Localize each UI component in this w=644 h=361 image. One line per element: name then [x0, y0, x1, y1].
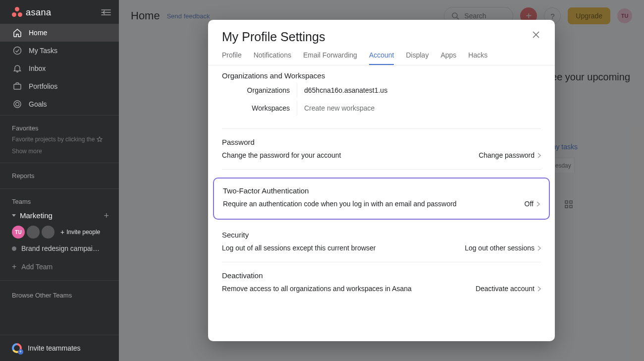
avatar[interactable]: TU [12, 226, 25, 239]
tab-email-forwarding[interactable]: Email Forwarding [303, 51, 357, 65]
invite-teammates-button[interactable]: + Invite teammates [0, 335, 119, 361]
deactivate-account-link[interactable]: Deactivate account [476, 285, 541, 293]
add-team-button[interactable]: +Add Team [0, 255, 119, 278]
security-desc: Log out of all sessions except this curr… [222, 244, 376, 252]
modal-overlay[interactable]: My Profile Settings Profile Notification… [119, 0, 644, 361]
nav-inbox[interactable]: Inbox [0, 60, 119, 77]
reports-heading[interactable]: Reports [0, 165, 119, 181]
nav-label: Home [29, 29, 47, 37]
invite-people-button[interactable]: +Invite people [56, 226, 104, 238]
project-color-dot [12, 246, 16, 251]
team-ring-icon: + [12, 343, 22, 353]
nav-goals[interactable]: Goals [0, 95, 119, 113]
tab-display[interactable]: Display [406, 51, 429, 65]
chevron-right-icon [537, 286, 541, 292]
twofa-title: Two-Factor Authentication [223, 186, 540, 195]
chevron-down-icon [12, 214, 16, 217]
avatar-placeholder[interactable] [27, 226, 40, 239]
tab-profile[interactable]: Profile [222, 51, 242, 65]
chevron-right-icon [537, 153, 541, 158]
nav-label: Goals [29, 100, 47, 108]
modal-title: My Profile Settings [222, 30, 325, 44]
section-organizations: Organizations and Workspaces Organizatio… [222, 68, 541, 129]
modal-body[interactable]: Organizations and Workspaces Organizatio… [208, 65, 555, 341]
svg-rect-4 [14, 84, 21, 89]
tab-notifications[interactable]: Notifications [254, 51, 291, 65]
nav-label: My Tasks [29, 47, 57, 55]
change-password-link[interactable]: Change password [479, 151, 541, 159]
chevron-right-icon [537, 201, 540, 207]
two-factor-highlight: Two-Factor Authentication Require an aut… [213, 178, 550, 220]
section-password: Password Change the password for your ac… [222, 129, 541, 170]
svg-point-6 [16, 103, 19, 106]
nav-label: Inbox [29, 64, 46, 72]
nav-label: Portfolios [29, 82, 57, 90]
add-project-icon[interactable]: + [104, 212, 109, 219]
team-name: Marketing [20, 211, 53, 220]
svg-marker-7 [97, 137, 102, 142]
organization-value: d65hcna16o.asanatest1.us [297, 86, 387, 94]
organizations-label: Organizations [222, 83, 297, 98]
chevron-right-icon [537, 245, 541, 251]
twofa-toggle-link[interactable]: Off [525, 200, 540, 208]
password-title: Password [222, 138, 541, 146]
modal-tabs: Profile Notifications Email Forwarding A… [208, 44, 555, 65]
brand-logo[interactable]: asana [12, 7, 52, 18]
star-icon [97, 136, 103, 142]
brand-name: asana [26, 7, 52, 18]
show-more-link[interactable]: Show more [0, 147, 119, 161]
avatar-placeholder[interactable] [42, 226, 54, 239]
project-name: Brand redesign campai… [21, 244, 100, 252]
profile-settings-modal: My Profile Settings Profile Notification… [208, 20, 555, 341]
deactivation-desc: Remove access to all organizations and w… [222, 285, 412, 293]
sidebar: asana Home My Tasks Inbox Portfolios Goa… [0, 0, 119, 361]
twofa-desc: Require an authentication code when you … [223, 200, 457, 208]
invite-teammates-label: Invite teammates [28, 344, 81, 352]
password-desc: Change the password for your account [222, 151, 341, 159]
close-icon[interactable] [531, 30, 541, 40]
goals-icon [13, 100, 22, 109]
logout-sessions-link[interactable]: Log out other sessions [465, 244, 541, 252]
deactivation-title: Deactivation [222, 271, 541, 280]
bell-icon [13, 64, 22, 73]
security-title: Security [222, 231, 541, 239]
asana-logo-icon [12, 7, 23, 18]
svg-point-5 [14, 101, 21, 108]
collapse-sidebar-icon[interactable] [101, 9, 111, 16]
section-deactivation: Deactivation Remove access to all organi… [222, 262, 541, 302]
section-two-factor: Two-Factor Authentication Require an aut… [223, 186, 540, 208]
team-members: TU +Invite people [0, 224, 119, 241]
create-workspace-link[interactable]: Create new workspace [297, 104, 375, 112]
nav-my-tasks[interactable]: My Tasks [0, 42, 119, 60]
team-marketing[interactable]: Marketing + [0, 207, 119, 224]
workspaces-label: Workspaces [222, 101, 297, 116]
favorites-heading: Favorites [0, 118, 119, 134]
project-item[interactable]: Brand redesign campai… [0, 241, 119, 255]
favorites-hint: Favorite projects by clicking the [0, 134, 119, 147]
svg-point-3 [14, 47, 21, 55]
section-security: Security Log out of all sessions except … [222, 222, 541, 262]
teams-heading: Teams [0, 191, 119, 207]
nav-home[interactable]: Home [0, 24, 119, 42]
check-circle-icon [13, 46, 22, 55]
browse-teams-heading[interactable]: Browse Other Teams [0, 283, 119, 301]
main-area: Home Send feedback + ? Upgrade TU ckly s… [119, 0, 644, 361]
tab-apps[interactable]: Apps [440, 51, 456, 65]
home-icon [13, 28, 22, 37]
tab-hacks[interactable]: Hacks [468, 51, 487, 65]
org-section-title: Organizations and Workspaces [222, 71, 541, 80]
tab-account[interactable]: Account [369, 51, 394, 65]
nav-portfolios[interactable]: Portfolios [0, 77, 119, 95]
portfolio-icon [13, 82, 22, 91]
